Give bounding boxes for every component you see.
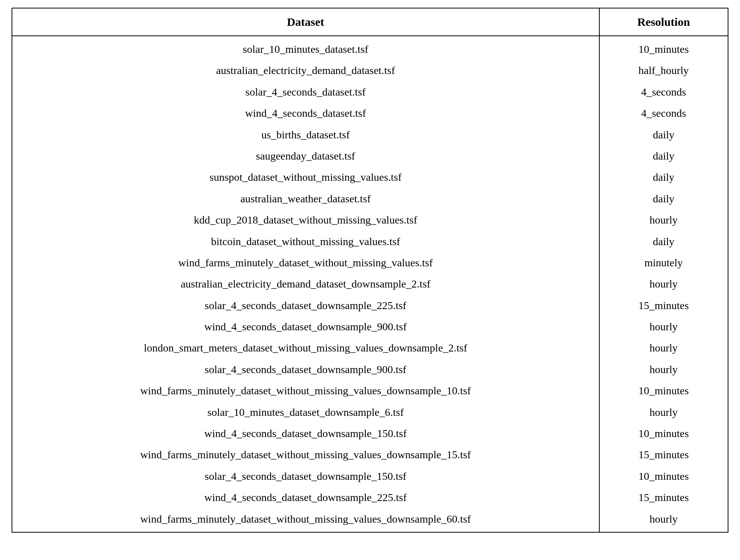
table-row: australian_electricity_demand_dataset.ts…: [12, 60, 728, 81]
dataset-cell: saugeenday_dataset.tsf: [12, 145, 599, 166]
dataset-cell: wind_4_seconds_dataset_downsample_150.ts…: [12, 423, 599, 444]
resolution-cell: hourly: [599, 508, 728, 532]
resolution-cell: 4_seconds: [599, 103, 728, 124]
dataset-column-header: Dataset: [12, 8, 599, 36]
table-row: wind_farms_minutely_dataset_without_miss…: [12, 380, 728, 401]
table-row: solar_4_seconds_dataset_downsample_225.t…: [12, 295, 728, 316]
resolution-cell: 10_minutes: [599, 423, 728, 444]
dataset-cell: solar_10_minutes_dataset_downsample_6.ts…: [12, 402, 599, 423]
dataset-cell: wind_4_seconds_dataset_downsample_900.ts…: [12, 316, 599, 337]
resolution-column-header: Resolution: [599, 8, 728, 36]
dataset-cell: wind_4_seconds_dataset.tsf: [12, 103, 599, 124]
table-row: solar_4_seconds_dataset_downsample_900.t…: [12, 359, 728, 380]
table-row: wind_farms_minutely_dataset_without_miss…: [12, 444, 728, 465]
header-row: Dataset Resolution: [12, 8, 728, 36]
table-row: wind_farms_minutely_dataset_without_miss…: [12, 252, 728, 273]
dataset-cell: solar_10_minutes_dataset.tsf: [12, 36, 599, 60]
dataset-cell: solar_4_seconds_dataset_downsample_900.t…: [12, 359, 599, 380]
resolution-cell: minutely: [599, 252, 728, 273]
dataset-cell: wind_farms_minutely_dataset_without_miss…: [12, 508, 599, 532]
resolution-cell: 10_minutes: [599, 466, 728, 487]
table-row: solar_10_minutes_dataset.tsf10_minutes: [12, 36, 728, 60]
dataset-cell: australian_weather_dataset.tsf: [12, 188, 599, 209]
resolution-cell: 10_minutes: [599, 36, 728, 60]
resolution-cell: 15_minutes: [599, 444, 728, 465]
table-row: kdd_cup_2018_dataset_without_missing_val…: [12, 209, 728, 230]
dataset-table: Dataset Resolution solar_10_minutes_data…: [12, 8, 728, 533]
resolution-cell: daily: [599, 124, 728, 145]
dataset-cell: solar_4_seconds_dataset_downsample_150.t…: [12, 466, 599, 487]
table-row: sunspot_dataset_without_missing_values.t…: [12, 166, 728, 188]
dataset-cell: us_births_dataset.tsf: [12, 124, 599, 145]
resolution-cell: daily: [599, 231, 728, 252]
table-row: solar_4_seconds_dataset_downsample_150.t…: [12, 466, 728, 487]
table-row: australian_weather_dataset.tsfdaily: [12, 188, 728, 209]
dataset-cell: australian_electricity_demand_dataset.ts…: [12, 60, 599, 81]
resolution-cell: daily: [599, 145, 728, 166]
table-row: saugeenday_dataset.tsfdaily: [12, 145, 728, 166]
resolution-cell: hourly: [599, 316, 728, 337]
resolution-cell: 10_minutes: [599, 380, 728, 401]
dataset-cell: wind_farms_minutely_dataset_without_miss…: [12, 380, 599, 401]
dataset-cell: australian_electricity_demand_dataset_do…: [12, 273, 599, 294]
table-row: australian_electricity_demand_dataset_do…: [12, 273, 728, 294]
table-row: us_births_dataset.tsfdaily: [12, 124, 728, 145]
dataset-cell: kdd_cup_2018_dataset_without_missing_val…: [12, 209, 599, 230]
table-row: wind_4_seconds_dataset_downsample_900.ts…: [12, 316, 728, 337]
resolution-cell: hourly: [599, 273, 728, 294]
dataset-cell: bitcoin_dataset_without_missing_values.t…: [12, 231, 599, 252]
resolution-cell: 4_seconds: [599, 81, 728, 103]
dataset-cell: solar_4_seconds_dataset_downsample_225.t…: [12, 295, 599, 316]
table-wrapper: Dataset Resolution solar_10_minutes_data…: [12, 8, 728, 533]
dataset-cell: wind_4_seconds_dataset_downsample_225.ts…: [12, 487, 599, 508]
table-row: solar_4_seconds_dataset.tsf4_seconds: [12, 81, 728, 103]
resolution-cell: daily: [599, 188, 728, 209]
resolution-cell: 15_minutes: [599, 295, 728, 316]
resolution-cell: half_hourly: [599, 60, 728, 81]
resolution-cell: hourly: [599, 359, 728, 380]
dataset-cell: wind_farms_minutely_dataset_without_miss…: [12, 444, 599, 465]
resolution-cell: daily: [599, 166, 728, 188]
dataset-cell: wind_farms_minutely_dataset_without_miss…: [12, 252, 599, 273]
table-row: wind_4_seconds_dataset.tsf4_seconds: [12, 103, 728, 124]
table-row: solar_10_minutes_dataset_downsample_6.ts…: [12, 402, 728, 423]
table-row: london_smart_meters_dataset_without_miss…: [12, 337, 728, 358]
resolution-cell: hourly: [599, 402, 728, 423]
table-row: wind_farms_minutely_dataset_without_miss…: [12, 508, 728, 532]
resolution-cell: hourly: [599, 337, 728, 358]
table-row: wind_4_seconds_dataset_downsample_225.ts…: [12, 487, 728, 508]
dataset-cell: london_smart_meters_dataset_without_miss…: [12, 337, 599, 358]
dataset-cell: solar_4_seconds_dataset.tsf: [12, 81, 599, 103]
table-row: wind_4_seconds_dataset_downsample_150.ts…: [12, 423, 728, 444]
table-row: bitcoin_dataset_without_missing_values.t…: [12, 231, 728, 252]
resolution-cell: 15_minutes: [599, 487, 728, 508]
resolution-cell: hourly: [599, 209, 728, 230]
dataset-cell: sunspot_dataset_without_missing_values.t…: [12, 166, 599, 188]
